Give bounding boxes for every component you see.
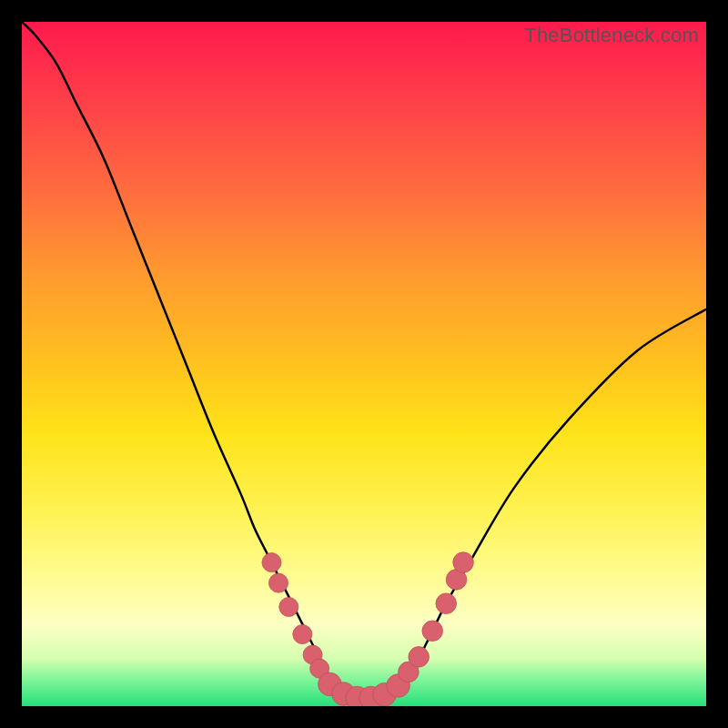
bottleneck-curve-path [22, 22, 706, 700]
curve-marker [303, 645, 322, 664]
curve-marker [318, 672, 342, 696]
curve-marker [293, 625, 312, 644]
curve-marker [373, 682, 397, 706]
bottleneck-curve-svg [22, 22, 706, 706]
curve-marker [346, 686, 369, 706]
curve-marker [422, 621, 443, 642]
chart-plot-area: TheBottleneck.com [22, 22, 706, 706]
curve-marker [332, 682, 356, 706]
curve-marker [310, 659, 329, 678]
chart-frame: TheBottleneck.com [0, 0, 728, 728]
curve-markers [262, 552, 473, 706]
curve-marker [262, 553, 281, 572]
curve-marker [359, 686, 383, 706]
curve-marker [436, 593, 457, 614]
curve-marker [453, 552, 474, 573]
curve-marker [399, 662, 420, 682]
watermark-text: TheBottleneck.com [524, 24, 699, 47]
curve-marker [268, 573, 288, 592]
curve-marker [279, 597, 298, 616]
curve-marker [409, 647, 430, 668]
curve-marker [446, 570, 467, 591]
curve-marker [387, 674, 410, 698]
